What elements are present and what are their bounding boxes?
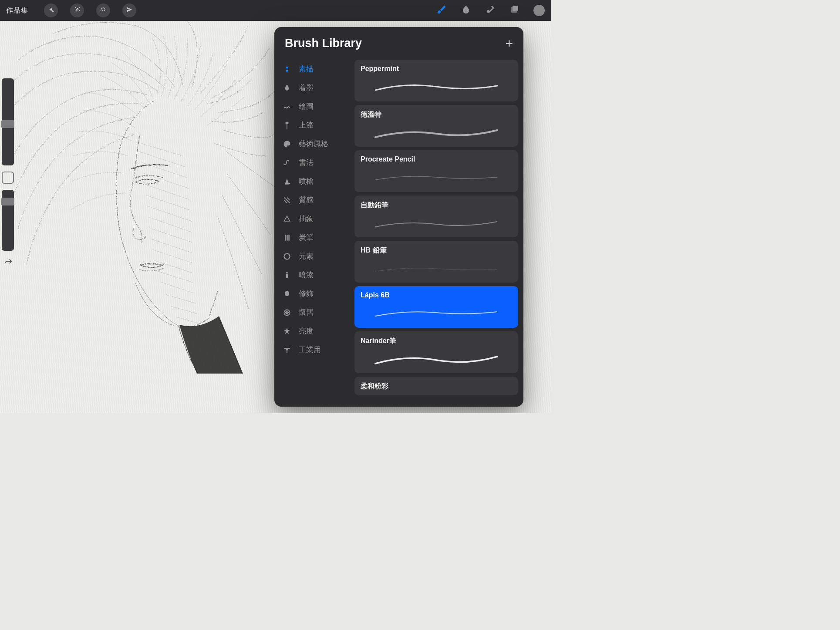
add-brush-button[interactable]: + xyxy=(505,37,513,50)
spray-icon xyxy=(282,270,292,280)
category-label: 繪圖 xyxy=(299,101,314,111)
category-elements[interactable]: 元素 xyxy=(274,247,351,266)
slider-thumb[interactable] xyxy=(1,120,14,128)
wrench-icon xyxy=(47,6,54,15)
brush-preview xyxy=(361,348,512,370)
draw-icon xyxy=(282,102,292,111)
smudge-tool[interactable] xyxy=(460,4,472,17)
brush-name: Narinder筆 xyxy=(361,337,512,346)
brush-item[interactable]: Narinder筆 xyxy=(354,331,518,373)
texture-icon xyxy=(282,195,292,205)
brush-preview xyxy=(361,258,512,279)
category-texture[interactable]: 質感 xyxy=(274,191,351,209)
category-label: 修飾 xyxy=(299,289,314,299)
top-toolbar: 作品集 xyxy=(0,0,551,21)
eraser-icon xyxy=(485,4,496,17)
brush-item[interactable]: Procreate Pencil xyxy=(354,150,518,192)
category-artistic[interactable]: 藝術風格 xyxy=(274,135,351,153)
palette-icon xyxy=(282,139,292,149)
ink-icon xyxy=(282,83,292,93)
redo-icon xyxy=(3,258,13,269)
color-button[interactable] xyxy=(533,4,545,17)
brush-name: 德溫特 xyxy=(361,110,512,119)
category-label: 書法 xyxy=(299,158,314,168)
category-label: 素描 xyxy=(299,64,314,74)
brush-item[interactable]: Peppermint xyxy=(354,60,518,101)
popover-header: Brush Library + xyxy=(274,27,523,58)
category-label: 噴漆 xyxy=(299,270,314,280)
actions-button[interactable] xyxy=(44,3,58,17)
industrial-icon xyxy=(282,345,292,355)
brush-preview xyxy=(361,75,512,98)
brush-icon xyxy=(436,4,447,17)
category-paint[interactable]: 上漆 xyxy=(274,116,351,135)
gallery-button[interactable]: 作品集 xyxy=(6,6,28,15)
category-spray[interactable]: 噴漆 xyxy=(274,266,351,284)
canvas-artwork xyxy=(0,12,279,408)
opacity-slider[interactable] xyxy=(2,190,14,251)
elements-icon xyxy=(282,252,292,261)
selection-button[interactable] xyxy=(96,3,110,17)
category-calligraphy[interactable]: 書法 xyxy=(274,153,351,172)
category-label: 質感 xyxy=(299,195,314,205)
category-label: 着墨 xyxy=(299,83,314,93)
brush-name: Lápis 6B xyxy=(361,291,512,299)
brush-item[interactable]: 柔和粉彩 xyxy=(354,377,518,395)
svg-rect-5 xyxy=(286,273,288,278)
slider-thumb[interactable] xyxy=(1,198,14,206)
brush-preview xyxy=(361,122,512,143)
category-sketch[interactable]: 素描 xyxy=(274,60,351,78)
category-luminance[interactable]: 亮度 xyxy=(274,322,351,340)
category-label: 上漆 xyxy=(299,120,314,130)
category-label: 懷舊 xyxy=(299,307,314,317)
category-label: 亮度 xyxy=(299,326,314,336)
category-label: 炭筆 xyxy=(299,232,314,243)
category-label: 藝術風格 xyxy=(299,139,328,149)
brush-size-slider[interactable] xyxy=(2,78,14,165)
svg-rect-2 xyxy=(287,235,288,240)
eraser-tool[interactable] xyxy=(484,4,496,17)
category-airbrush[interactable]: 噴槍 xyxy=(274,172,351,191)
calligraphy-icon xyxy=(282,158,292,168)
transform-button[interactable] xyxy=(122,3,136,17)
category-label: 噴槍 xyxy=(299,176,314,186)
brush-preview xyxy=(361,166,512,189)
category-abstract[interactable]: 抽象 xyxy=(274,209,351,228)
category-label: 元素 xyxy=(299,251,314,261)
brush-tool[interactable] xyxy=(435,4,448,17)
popover-title: Brush Library xyxy=(285,37,362,50)
brush-name: Peppermint xyxy=(361,65,512,73)
left-sidebar xyxy=(0,78,18,251)
brush-name: 柔和粉彩 xyxy=(361,382,512,391)
category-draw[interactable]: 繪圖 xyxy=(274,97,351,116)
retro-icon xyxy=(282,308,292,317)
category-ink[interactable]: 着墨 xyxy=(274,78,351,97)
adjustments-button[interactable] xyxy=(70,3,84,17)
category-touchup[interactable]: 修飾 xyxy=(274,284,351,303)
color-swatch-icon xyxy=(533,5,545,16)
charcoal-icon xyxy=(282,233,292,243)
brush-category-list: 素描 着墨 繪圖 上漆 藝術風格 書法 xyxy=(274,58,351,407)
redo-button[interactable] xyxy=(1,257,16,270)
brush-list: Peppermint 德溫特 Procreate Pencil 自動鉛筆 HB … xyxy=(351,58,523,407)
sketch-icon xyxy=(282,64,292,74)
layers-button[interactable] xyxy=(509,4,521,17)
brush-item[interactable]: 自動鉛筆 xyxy=(354,195,518,237)
paint-icon xyxy=(282,121,292,130)
brush-preview xyxy=(361,302,512,324)
category-retro[interactable]: 懷舊 xyxy=(274,303,351,322)
selection-icon xyxy=(100,6,107,15)
category-charcoal[interactable]: 炭筆 xyxy=(274,228,351,247)
brush-name: Procreate Pencil xyxy=(361,155,512,163)
plus-icon: + xyxy=(505,36,513,51)
brush-item-selected[interactable]: Lápis 6B xyxy=(354,286,518,328)
modify-button[interactable] xyxy=(2,172,14,184)
brush-library-popover: Brush Library + 素描 着墨 繪圖 上漆 藝術風格 xyxy=(274,27,523,407)
brush-item[interactable]: 德溫特 xyxy=(354,105,518,147)
category-industrial[interactable]: 工業用 xyxy=(274,340,351,359)
brush-item[interactable]: HB 鉛筆 xyxy=(354,241,518,283)
luminance-icon xyxy=(282,327,292,336)
category-label: 工業用 xyxy=(299,345,321,355)
smudge-icon xyxy=(461,4,471,17)
category-label: 抽象 xyxy=(299,214,314,224)
